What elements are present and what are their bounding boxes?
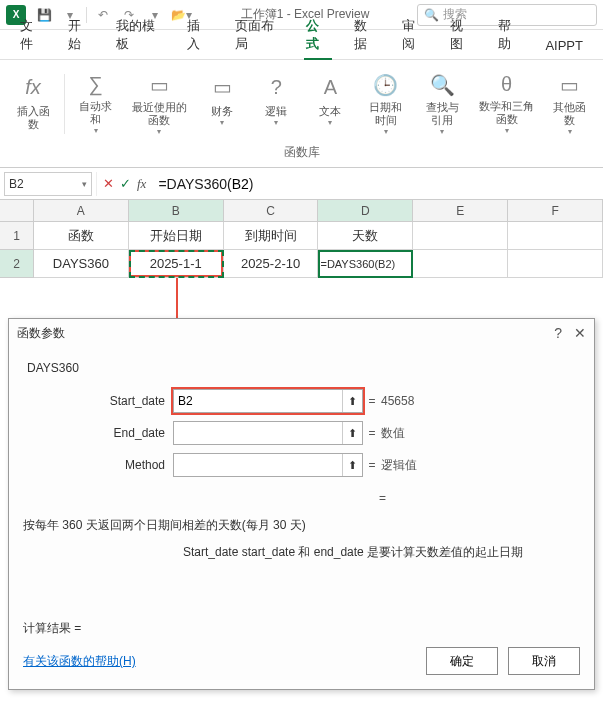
ribbon: fx 插入函数 ∑ 自动求和 ▾ ▭ 最近使用的函数 ▾ ▭ 财务 ▾ ? 逻辑… [0,60,603,168]
param-row-method: Method ⬆ = 逻辑值 [23,453,580,477]
param-input-wrap: ⬆ [173,421,363,445]
help-icon[interactable]: ? [554,325,562,341]
text-icon: A [316,73,344,101]
collapse-dialog-icon[interactable]: ⬆ [342,390,362,412]
accept-formula-icon[interactable]: ✓ [120,176,131,191]
cell-F1[interactable] [508,222,603,250]
formula-text-arg: B2 [232,176,249,192]
cell-E1[interactable] [413,222,508,250]
cell-A2[interactable]: DAYS360 [34,250,129,278]
tab-review[interactable]: 审阅 [392,11,436,59]
datetime-label: 日期和时间 [365,101,405,127]
caret-icon: ▾ [384,127,388,136]
close-icon[interactable]: ✕ [574,325,586,341]
start-date-input[interactable] [174,390,342,412]
logical-icon: ? [262,73,290,101]
tab-aippt[interactable]: AIPPT [535,32,593,59]
datetime-button[interactable]: 🕒 日期和时间 ▾ [359,69,411,139]
col-header-A[interactable]: A [34,200,129,222]
col-header-D[interactable]: D [318,200,413,222]
tab-home[interactable]: 开始 [58,11,102,59]
tab-help[interactable]: 帮助 [488,11,532,59]
name-box-value: B2 [9,177,24,191]
logical-button[interactable]: ? 逻辑 ▾ [251,69,301,139]
cancel-button[interactable]: 取消 [508,647,580,675]
col-header-C[interactable]: C [224,200,319,222]
cancel-formula-icon[interactable]: ✕ [103,176,114,191]
cell-F2[interactable] [508,250,603,278]
param-label: End_date [23,426,173,440]
col-header-F[interactable]: F [508,200,603,222]
cell-C2[interactable]: 2025-2-10 [224,250,319,278]
row-header-2[interactable]: 2 [0,250,34,278]
caret-icon: ▾ [157,127,161,136]
param-row-end-date: End_date ⬆ = 数值 [23,421,580,445]
lookup-button[interactable]: 🔍 查找与引用 ▾ [416,69,468,139]
tab-formulas[interactable]: 公式 [296,11,340,59]
tab-insert[interactable]: 插入 [177,11,221,59]
cell-D2[interactable]: =DAYS360(B2) [318,250,413,278]
autosum-button[interactable]: ∑ 自动求和 ▾ [71,69,121,139]
tab-layout[interactable]: 页面布局 [225,11,293,59]
dialog-title-text: 函数参数 [17,325,65,342]
chevron-down-icon[interactable]: ▾ [82,179,87,189]
theta-icon: θ [493,73,521,96]
calc-result-label: 计算结果 = [23,610,580,647]
formula-bar: B2 ▾ ✕ ✓ fx =DAYS360(B2) [0,168,603,200]
financial-button[interactable]: ▭ 财务 ▾ [197,69,247,139]
tab-view[interactable]: 视图 [440,11,484,59]
collapse-dialog-icon[interactable]: ⬆ [342,422,362,444]
function-description: 按每年 360 天返回两个日期间相差的天数(每月 30 天) [23,517,580,534]
tab-data[interactable]: 数据 [344,11,388,59]
tab-templates[interactable]: 我的模板 [106,11,174,59]
more-functions-button[interactable]: ▭ 其他函数 ▾ [545,69,595,139]
equals-sign: = [363,426,381,440]
param-result: 45658 [381,394,414,408]
menu-tabs: 文件 开始 我的模板 插入 页面布局 公式 数据 审阅 视图 帮助 AIPPT [0,30,603,60]
dialog-titlebar[interactable]: 函数参数 ? ✕ [9,319,594,347]
param-label: Method [23,458,173,472]
equals-sign: = [363,458,381,472]
cell-B1[interactable]: 开始日期 [129,222,224,250]
ok-button[interactable]: 确定 [426,647,498,675]
select-all-corner[interactable] [0,200,34,222]
collapse-dialog-icon[interactable]: ⬆ [342,454,362,476]
insert-function-button[interactable]: fx 插入函数 [8,69,58,139]
ribbon-separator [64,74,65,134]
row-header-1[interactable]: 1 [0,222,34,250]
cell-A1[interactable]: 函数 [34,222,129,250]
caret-icon: ▾ [328,118,332,127]
grid-row-2: 2 DAYS360 2025-1-1 2025-2-10 =DAYS360(B2… [0,250,603,278]
formula-text-prefix: =DAYS360( [158,176,231,192]
lookup-icon: 🔍 [428,73,456,97]
cell-B2[interactable]: 2025-1-1 [129,250,224,278]
method-input[interactable] [174,454,342,476]
tab-file[interactable]: 文件 [10,11,54,59]
equals-sign: = [363,394,381,408]
col-header-B[interactable]: B [129,200,224,222]
math-label: 数学和三角函数 [478,100,535,126]
recent-label: 最近使用的函数 [131,101,188,127]
cell-C1[interactable]: 到期时间 [224,222,319,250]
fx-icon[interactable]: fx [137,176,146,192]
grid-row-1: 1 函数 开始日期 到期时间 天数 [0,222,603,250]
formula-bar-buttons: ✕ ✓ fx [96,172,152,196]
name-box[interactable]: B2 ▾ [4,172,92,196]
insert-function-label: 插入函数 [14,105,52,131]
formula-input[interactable]: =DAYS360(B2) [152,172,599,196]
col-header-E[interactable]: E [413,200,508,222]
param-result: 逻辑值 [381,457,417,474]
param-row-start-date: Start_date ⬆ = 45658 [23,389,580,413]
function-help-link[interactable]: 有关该函数的帮助(H) [23,653,136,670]
financial-icon: ▭ [208,73,236,101]
cell-E2[interactable] [413,250,508,278]
text-button[interactable]: A 文本 ▾ [305,69,355,139]
end-date-input[interactable] [174,422,342,444]
ribbon-row: fx 插入函数 ∑ 自动求和 ▾ ▭ 最近使用的函数 ▾ ▭ 财务 ▾ ? 逻辑… [0,60,603,142]
cell-D1[interactable]: 天数 [318,222,413,250]
logical-label: 逻辑 [265,105,287,118]
clock-icon: 🕒 [372,73,400,97]
recent-functions-button[interactable]: ▭ 最近使用的函数 ▾ [125,69,194,139]
more-label: 其他函数 [551,101,589,127]
math-button[interactable]: θ 数学和三角函数 ▾ [472,69,541,139]
